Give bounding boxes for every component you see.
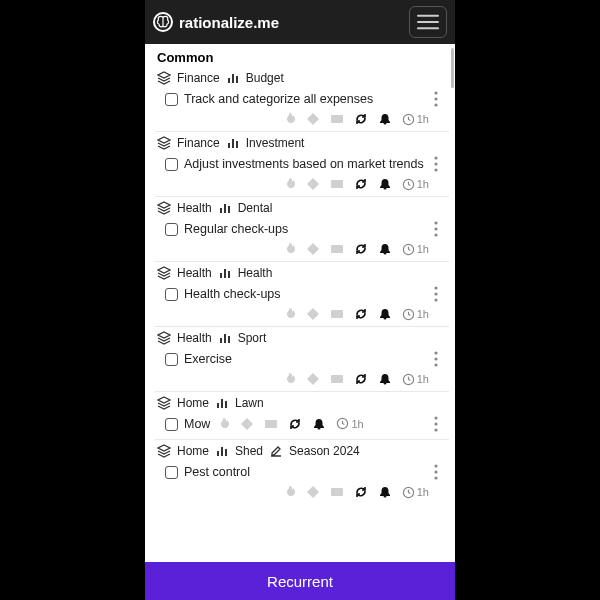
repeat-icon xyxy=(354,177,368,191)
bell-icon xyxy=(378,372,392,386)
card-icon xyxy=(330,485,344,499)
task-item: HealthHealthHealth check-ups1h xyxy=(155,264,449,323)
task-item: HealthSportExercise1h xyxy=(155,329,449,388)
svg-rect-1 xyxy=(417,21,439,23)
recurrent-button[interactable]: Recurrent xyxy=(145,562,455,600)
diamond-icon xyxy=(306,242,320,256)
flame-icon xyxy=(282,372,296,386)
divider xyxy=(155,261,449,262)
recurrent-label: Recurrent xyxy=(267,573,333,590)
task-title-wrap: Adjust investments based on market trend… xyxy=(165,157,424,171)
checkbox[interactable] xyxy=(165,418,178,431)
category-2: Sport xyxy=(238,331,267,345)
category-1: Health xyxy=(177,201,212,215)
task-row[interactable]: Exercise xyxy=(155,347,449,371)
task-row[interactable]: Adjust investments based on market trend… xyxy=(155,152,449,176)
duration: 1h xyxy=(402,486,429,499)
stack-icon xyxy=(157,71,171,85)
task-row[interactable]: Track and categorize all expenses xyxy=(155,87,449,111)
app-shell: rationalize.me Common FinanceBudgetTrack… xyxy=(145,0,455,600)
brand[interactable]: rationalize.me xyxy=(153,12,279,32)
task-menu-button[interactable] xyxy=(427,282,445,306)
scrollbar[interactable] xyxy=(451,48,454,88)
bars-icon xyxy=(215,396,229,410)
bars-icon xyxy=(226,136,240,150)
duration-text: 1h xyxy=(417,308,429,320)
svg-rect-0 xyxy=(417,15,439,17)
card-icon xyxy=(330,372,344,386)
category-2: Budget xyxy=(246,71,284,85)
task-menu-button[interactable] xyxy=(427,217,445,241)
repeat-icon xyxy=(288,417,302,431)
task-row[interactable]: Mow1h xyxy=(155,412,449,436)
bell-icon xyxy=(378,177,392,191)
bell-icon xyxy=(378,242,392,256)
checkbox[interactable] xyxy=(165,353,178,366)
bars-icon xyxy=(218,201,232,215)
duration-text: 1h xyxy=(417,178,429,190)
task-menu-button[interactable] xyxy=(427,347,445,371)
task-breadcrumb: HomeShedSeason 2024 xyxy=(155,442,449,460)
checkbox[interactable] xyxy=(165,466,178,479)
repeat-icon xyxy=(354,242,368,256)
category-1: Health xyxy=(177,266,212,280)
stack-icon xyxy=(157,136,171,150)
checkbox[interactable] xyxy=(165,158,178,171)
stack-icon xyxy=(157,201,171,215)
diamond-icon xyxy=(306,485,320,499)
category-2: Investment xyxy=(246,136,305,150)
task-row[interactable]: Health check-ups xyxy=(155,282,449,306)
task-title-wrap: Pest control xyxy=(165,465,250,479)
task-row[interactable]: Pest control xyxy=(155,460,449,484)
checkbox[interactable] xyxy=(165,223,178,236)
hamburger-icon xyxy=(417,14,439,30)
task-menu-button[interactable] xyxy=(427,87,445,111)
duration: 1h xyxy=(336,417,363,430)
flame-icon xyxy=(282,177,296,191)
duration-text: 1h xyxy=(417,243,429,255)
task-row[interactable]: Regular check-ups xyxy=(155,217,449,241)
task-title: Mow xyxy=(184,417,210,431)
section-title: Common xyxy=(155,48,449,69)
task-title-wrap: Track and categorize all expenses xyxy=(165,92,373,106)
menu-button[interactable] xyxy=(409,6,447,38)
task-menu-button[interactable] xyxy=(427,412,445,436)
duration: 1h xyxy=(402,373,429,386)
checkbox[interactable] xyxy=(165,288,178,301)
task-menu-button[interactable] xyxy=(427,152,445,176)
task-breadcrumb: HomeLawn xyxy=(155,394,449,412)
duration-text: 1h xyxy=(417,373,429,385)
stack-icon xyxy=(157,444,171,458)
duration: 1h xyxy=(402,308,429,321)
diamond-icon xyxy=(240,417,254,431)
diamond-icon xyxy=(306,177,320,191)
task-meta: 1h xyxy=(155,176,449,193)
category-1: Health xyxy=(177,331,212,345)
diamond-icon xyxy=(306,112,320,126)
task-breadcrumb: HealthDental xyxy=(155,199,449,217)
task-meta: 1h xyxy=(155,371,449,388)
task-title: Health check-ups xyxy=(184,287,281,301)
card-icon xyxy=(330,307,344,321)
task-item: FinanceInvestmentAdjust investments base… xyxy=(155,134,449,193)
category-1: Home xyxy=(177,396,209,410)
task-title-wrap: Health check-ups xyxy=(165,287,281,301)
task-title-wrap: Exercise xyxy=(165,352,232,366)
task-meta: 1h xyxy=(155,241,449,258)
task-menu-button[interactable] xyxy=(427,460,445,484)
svg-rect-2 xyxy=(417,27,439,29)
brand-text: rationalize.me xyxy=(179,14,279,31)
category-2: Shed xyxy=(235,444,263,458)
divider xyxy=(155,131,449,132)
diamond-icon xyxy=(306,372,320,386)
bars-icon xyxy=(226,71,240,85)
checkbox[interactable] xyxy=(165,93,178,106)
flame-icon xyxy=(282,112,296,126)
task-title: Exercise xyxy=(184,352,232,366)
task-meta: 1h xyxy=(216,416,383,433)
task-meta: 1h xyxy=(155,306,449,323)
flame-icon xyxy=(282,242,296,256)
topbar: rationalize.me xyxy=(145,0,455,44)
task-meta: 1h xyxy=(155,111,449,128)
task-item: HealthDentalRegular check-ups1h xyxy=(155,199,449,258)
